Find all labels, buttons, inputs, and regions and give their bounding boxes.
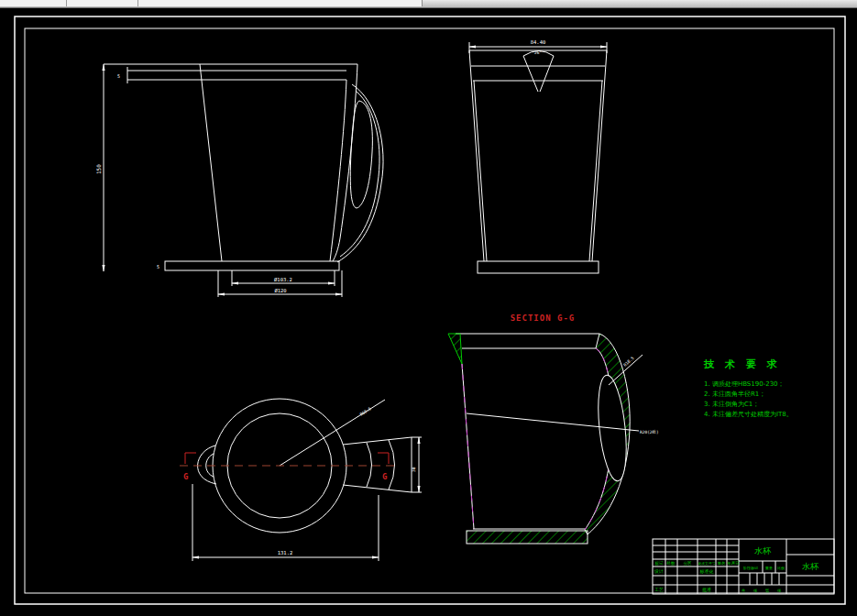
section-cut-line: G G xyxy=(180,453,394,481)
tb-header-cell: 标记 xyxy=(654,560,665,566)
tb-header-cell: 更改文件号 xyxy=(698,561,716,566)
technical-requirement-item: 3. 未注倒角为C1； xyxy=(704,400,841,410)
tb-row-label: 设计 xyxy=(654,568,664,574)
tb-header-cell: 签名 xyxy=(718,561,726,566)
tb-scale-cell: 重量 xyxy=(764,566,773,570)
front-inner-dia-dim: Ø103.2 xyxy=(274,277,292,282)
tb-sheet-cell: 第 xyxy=(765,588,770,593)
cad-viewport[interactable]: 150 5 5 Ø103.2 Ø120 84.40 xyxy=(0,0,857,616)
section-view: SECTION G-G R18.5 R20(2处) xyxy=(448,314,659,544)
top-handle-dim: 30 xyxy=(412,467,416,472)
tb-header-cell: 年月日 xyxy=(727,561,740,566)
tb-scale-cell: 阶段标记 xyxy=(743,566,758,571)
tb-part-name: 水杯 xyxy=(754,546,772,556)
technical-requirement-item: 2. 未注圆角半径R1； xyxy=(704,390,841,400)
side-view: 84.40 26° xyxy=(469,39,607,273)
toolbar-fragment xyxy=(0,0,423,6)
toolbar-divider xyxy=(66,0,67,6)
section-radius1-dim: R18.5 xyxy=(622,356,635,368)
section-radius2-dim: R20(2处) xyxy=(640,429,659,434)
technical-requirement-item: 4. 未注偏差尺寸处精度为IT8。 xyxy=(704,410,841,420)
title-block: 水杯 水杯 标记 处数 分区 更改文件号 签名 年月日 设计 标准化 工艺 批准… xyxy=(653,539,834,594)
tb-header-cell: 分区 xyxy=(684,560,693,566)
toolbar-divider xyxy=(137,0,138,6)
tb-header-cell: 处数 xyxy=(667,560,676,566)
technical-requirements-title: 技 术 要 求 xyxy=(704,358,841,371)
tb-row-label: 工艺 xyxy=(654,587,664,592)
technical-requirements: 技 术 要 求 1. 调质处理HBS190-230； 2. 未注圆角半径R1； … xyxy=(704,358,841,420)
tb-scale-cell: 比例 xyxy=(777,566,785,571)
section-letter-left: G xyxy=(183,472,188,481)
top-radius-dim: R60.6 xyxy=(359,406,372,417)
tb-sheet-cell: 张 xyxy=(753,588,758,593)
top-overall-dim: 131.2 xyxy=(278,550,293,556)
front-view: 150 5 5 Ø103.2 Ø120 xyxy=(95,64,383,297)
section-letter-right: G xyxy=(382,472,387,481)
tb-row-label: 标准化 xyxy=(699,568,714,575)
side-angle-dim: 26° xyxy=(534,50,542,55)
tb-sheet-cell: 张 xyxy=(777,588,782,593)
front-height-dim: 150 xyxy=(95,164,102,174)
window-top-strip xyxy=(0,0,857,8)
drawing-canvas[interactable]: 150 5 5 Ø103.2 Ø120 84.40 xyxy=(0,0,857,616)
tb-name-right: 水杯 xyxy=(802,562,819,571)
tb-row-label: 批准 xyxy=(702,587,711,593)
tb-sheet-cell: 共 xyxy=(742,588,746,593)
front-base-dim: 5 xyxy=(157,264,159,270)
front-outer-dia-dim: Ø120 xyxy=(274,288,286,293)
section-title: SECTION G-G xyxy=(511,314,576,323)
front-rim-dim: 5 xyxy=(117,73,120,79)
top-view: 131.2 R60.6 30 G G xyxy=(180,399,422,561)
side-width-dim: 84.40 xyxy=(531,39,546,45)
technical-requirement-item: 1. 调质处理HBS190-230； xyxy=(704,380,841,390)
sheet-border xyxy=(15,16,845,604)
